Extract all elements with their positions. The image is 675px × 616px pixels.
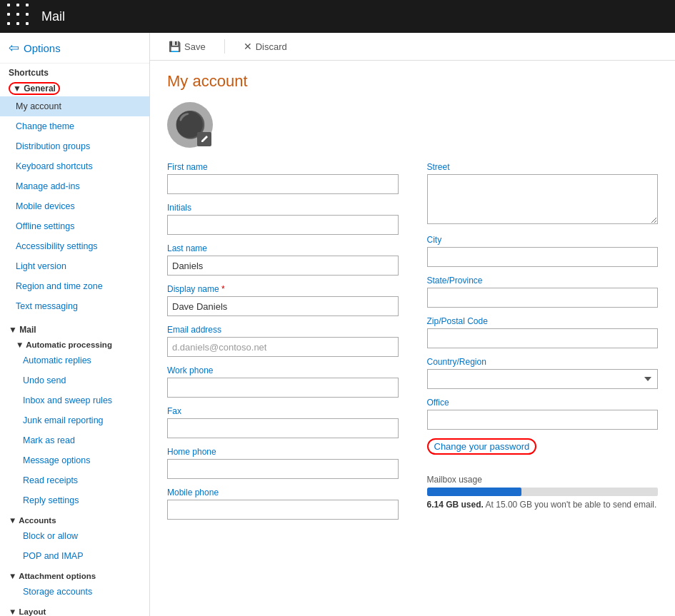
form-columns: First name Initials Last name Display na…: [167, 162, 658, 528]
state-province-label: State/Province: [427, 276, 659, 286]
discard-icon: ✕: [244, 41, 252, 52]
content-body: My account ⚫ First name: [150, 61, 675, 540]
edit-icon: [200, 135, 209, 143]
back-arrow-icon[interactable]: ⇦: [9, 40, 19, 56]
last-name-label: Last name: [167, 243, 399, 253]
sidebar-section-automatic-processing[interactable]: ▼ Automatic processing: [0, 336, 149, 350]
sidebar-item-inbox-sweep-rules[interactable]: Inbox and sweep rules: [0, 390, 149, 410]
sidebar-item-keyboard-shortcuts[interactable]: Keyboard shortcuts: [0, 156, 149, 176]
city-label: City: [427, 235, 659, 245]
sidebar-item-automatic-replies[interactable]: Automatic replies: [0, 350, 149, 370]
app-grid-icon[interactable]: [7, 4, 33, 29]
toolbar-separator: [224, 39, 225, 54]
mobile-phone-input[interactable]: [167, 500, 399, 520]
street-label: Street: [427, 162, 659, 172]
sidebar-item-offline-settings[interactable]: Offline settings: [0, 216, 149, 236]
display-name-input[interactable]: [167, 296, 399, 316]
page-title: My account: [167, 72, 658, 91]
sidebar-item-undo-send[interactable]: Undo send: [0, 370, 149, 390]
fax-group: Fax: [167, 406, 399, 438]
app-header: Mail: [0, 0, 675, 33]
sidebar-item-pop-and-imap[interactable]: POP and IMAP: [0, 546, 149, 566]
fax-label: Fax: [167, 406, 399, 416]
form-right: Street City State/Province Zip/Postal Co…: [427, 162, 659, 528]
sidebar-item-read-receipts[interactable]: Read receipts: [0, 470, 149, 490]
form-left: First name Initials Last name Display na…: [167, 162, 399, 528]
work-phone-input[interactable]: [167, 378, 399, 398]
last-name-input[interactable]: [167, 256, 399, 276]
sidebar-item-mark-as-read[interactable]: Mark as read: [0, 430, 149, 450]
first-name-input[interactable]: [167, 174, 399, 194]
zip-postal-input[interactable]: [427, 328, 659, 348]
state-province-input[interactable]: [427, 288, 659, 308]
avatar-section: ⚫: [167, 102, 658, 148]
mailbox-bar-fill: [427, 488, 522, 496]
sidebar-section-attachment-options[interactable]: ▼ Attachment options: [0, 567, 149, 582]
sidebar-section-layout[interactable]: ▼ Layout: [0, 603, 149, 616]
discard-button[interactable]: ✕ Discard: [239, 39, 291, 54]
home-phone-label: Home phone: [167, 447, 399, 457]
mailbox-usage-description: At 15.00 GB you won't be able to send em…: [486, 500, 657, 510]
fax-input[interactable]: [167, 418, 399, 438]
country-region-label: Country/Region: [427, 357, 659, 367]
mailbox-usage-label: Mailbox usage: [427, 475, 659, 485]
email-address-input[interactable]: [167, 337, 399, 357]
avatar-edit-button[interactable]: [197, 132, 211, 146]
sidebar-item-accessibility-settings[interactable]: Accessibility settings: [0, 236, 149, 256]
sidebar-item-change-theme[interactable]: Change theme: [0, 116, 149, 136]
sidebar-item-my-account[interactable]: My account: [0, 96, 149, 116]
country-region-select[interactable]: [427, 369, 659, 389]
sidebar-item-message-options[interactable]: Message options: [0, 450, 149, 470]
office-label: Office: [427, 398, 659, 408]
change-password-link[interactable]: Change your password: [427, 438, 537, 455]
sidebar-item-manage-add-ins[interactable]: Manage add-ins: [0, 176, 149, 196]
zip-postal-group: Zip/Postal Code: [427, 316, 659, 348]
city-group: City: [427, 235, 659, 267]
work-phone-label: Work phone: [167, 365, 399, 375]
home-phone-group: Home phone: [167, 447, 399, 479]
zip-postal-label: Zip/Postal Code: [427, 316, 659, 326]
sidebar-item-region-time-zone[interactable]: Region and time zone: [0, 276, 149, 296]
state-province-group: State/Province: [427, 276, 659, 308]
display-name-group: Display name: [167, 284, 399, 316]
sidebar-item-light-version[interactable]: Light version: [0, 256, 149, 276]
initials-label: Initials: [167, 203, 399, 213]
sidebar-item-general[interactable]: ▼ General: [0, 79, 149, 96]
display-name-label: Display name: [167, 284, 399, 294]
sidebar-item-reply-settings[interactable]: Reply settings: [0, 490, 149, 510]
street-input[interactable]: [427, 174, 659, 224]
sidebar-item-text-messaging[interactable]: Text messaging: [0, 296, 149, 316]
sidebar-item-distribution-groups[interactable]: Distribution groups: [0, 136, 149, 156]
office-group: Office: [427, 398, 659, 430]
sidebar-item-junk-email-reporting[interactable]: Junk email reporting: [0, 410, 149, 430]
sidebar-item-storage-accounts[interactable]: Storage accounts: [0, 582, 149, 602]
avatar: ⚫: [167, 102, 213, 148]
home-phone-input[interactable]: [167, 459, 399, 479]
email-address-group: Email address: [167, 325, 399, 357]
mailbox-used-gb: 6.14 GB used.: [427, 500, 484, 510]
first-name-group: First name: [167, 162, 399, 194]
initials-input[interactable]: [167, 215, 399, 235]
sidebar-scroll: Shortcuts ▼ General My account Change th…: [0, 64, 149, 616]
mailbox-usage-section: Mailbox usage 6.14 GB used. At 15.00 GB …: [427, 475, 659, 510]
last-name-group: Last name: [167, 243, 399, 276]
sidebar-item-mobile-devices[interactable]: Mobile devices: [0, 196, 149, 216]
initials-group: Initials: [167, 203, 399, 235]
office-input[interactable]: [427, 410, 659, 430]
mobile-phone-label: Mobile phone: [167, 488, 399, 498]
change-password-section: Change your password: [427, 438, 659, 465]
save-button[interactable]: 💾 Save: [164, 39, 210, 54]
sidebar-item-block-or-allow[interactable]: Block or allow: [0, 526, 149, 546]
save-label: Save: [184, 41, 206, 52]
sidebar-item-shortcuts[interactable]: Shortcuts: [0, 64, 149, 79]
email-address-label: Email address: [167, 325, 399, 335]
sidebar: ⇦ Options Shortcuts ▼ General My account…: [0, 33, 150, 616]
sidebar-header[interactable]: ⇦ Options: [0, 33, 149, 64]
mobile-phone-group: Mobile phone: [167, 488, 399, 520]
sidebar-section-accounts[interactable]: ▼ Accounts: [0, 512, 149, 526]
sidebar-section-mail[interactable]: ▼ Mail: [0, 320, 149, 336]
street-group: Street: [427, 162, 659, 226]
city-input[interactable]: [427, 247, 659, 267]
mailbox-usage-text: 6.14 GB used. At 15.00 GB you won't be a…: [427, 500, 659, 510]
main-container: ⇦ Options Shortcuts ▼ General My account…: [0, 33, 675, 616]
